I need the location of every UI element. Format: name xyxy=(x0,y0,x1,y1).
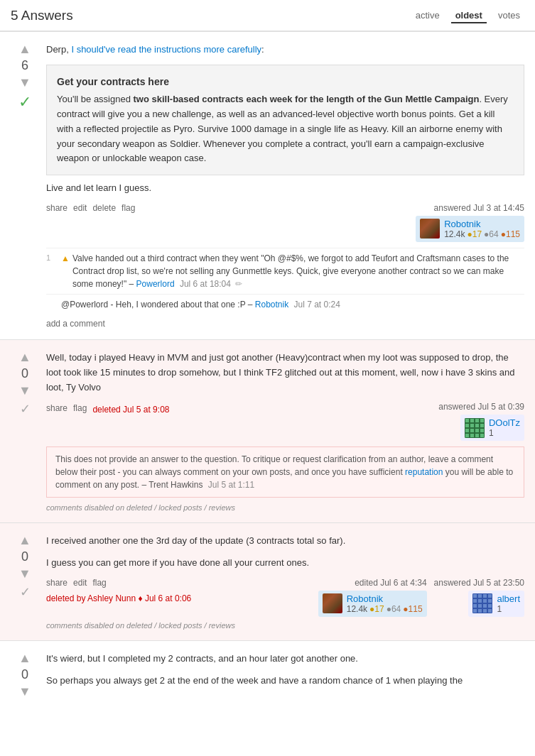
answer-block-4: ▲ 0 ▼ It's wierd, but I completed my 2 c… xyxy=(0,640,535,708)
answer-outro-1: Live and let learn I guess. xyxy=(46,181,524,196)
user-rep-3a: 12.4k ●17 ●64 ●115 xyxy=(347,604,423,614)
share-link-1[interactable]: share xyxy=(46,203,67,213)
deleted-label-2: deleted Jul 5 at 9:08 xyxy=(92,405,169,415)
answer-intro-1: Derp, I should've read the instructions … xyxy=(46,43,524,57)
deleted-notice-2: This does not provide an answer to the q… xyxy=(46,447,524,498)
comments-section-1: 1 ▲ Valve handed out a third contract wh… xyxy=(46,248,524,314)
answer-text-4a: It's wierd, but I completed my 2 contrac… xyxy=(46,652,524,667)
comment-1-1: 1 ▲ Valve handed out a third contract wh… xyxy=(46,248,524,294)
upvote-button-1[interactable]: ▲ xyxy=(18,43,31,55)
user-info-2: answered Jul 5 at 0:39 DOolTz 1 xyxy=(438,402,524,441)
delete-link-1[interactable]: delete xyxy=(92,203,116,213)
downvote-button-1[interactable]: ▼ xyxy=(18,76,31,89)
flag-link-1[interactable]: flag xyxy=(121,203,135,213)
answer-block-3: ▲ 0 ▼ ✓ I received another one the 3rd d… xyxy=(0,522,535,640)
info-box-1: Get your contracts here You'll be assign… xyxy=(46,65,524,175)
avatar-2 xyxy=(465,418,485,438)
page-header: 5 Answers active oldest votes xyxy=(0,0,535,31)
user-card-2: DOolTz 1 xyxy=(460,415,524,441)
gold-badge-1: ●17 xyxy=(468,229,482,239)
comment-text-1-2: @Powerlord - Heh, I wondered about that … xyxy=(61,298,524,311)
action-row-1: share edit delete flag answered Jul 3 at… xyxy=(46,203,524,242)
upvote-button-4[interactable]: ▲ xyxy=(18,652,31,664)
vote-column-3: ▲ 0 ▼ ✓ xyxy=(11,534,39,630)
delete-check-2: ✓ xyxy=(20,401,31,417)
user-rep-1: 12.4k ●17 ●64 ●115 xyxy=(444,229,520,239)
answered-label-1: answered Jul 3 at 14:45 xyxy=(434,203,524,213)
user-rep-2: 1 xyxy=(489,428,520,438)
comments-disabled-3: comments disabled on deleted / locked po… xyxy=(46,621,524,630)
downvote-button-4[interactable]: ▼ xyxy=(18,685,31,698)
answer-block-1: ▲ 6 ▼ ✓ Derp, I should've read the instr… xyxy=(0,31,535,339)
edit-link-3[interactable]: edit xyxy=(73,578,87,588)
vote-column-2: ▲ 0 ▼ ✓ xyxy=(11,351,39,512)
answer-content-3: I received another one the 3rd day of th… xyxy=(39,534,524,630)
action-links-3: share edit flag xyxy=(46,578,191,588)
delete-check-3: ✓ xyxy=(20,584,31,600)
answer-content-1: Derp, I should've read the instructions … xyxy=(39,43,524,329)
flag-link-3[interactable]: flag xyxy=(92,578,106,588)
tab-votes[interactable]: votes xyxy=(494,7,524,23)
share-link-3[interactable]: share xyxy=(46,578,67,588)
reputation-link-2[interactable]: reputation xyxy=(405,467,443,477)
answered-label-3: answered Jul 5 at 23:50 xyxy=(434,578,524,588)
upvote-button-2[interactable]: ▲ xyxy=(18,351,31,363)
bronze-badge-1: ●115 xyxy=(501,229,520,239)
answer-text-3a: I received another one the 3rd day of th… xyxy=(46,534,524,549)
vote-column-4: ▲ 0 ▼ xyxy=(11,652,39,698)
user-card-3b: albert 1 xyxy=(468,591,524,617)
avatar-3b xyxy=(472,593,492,613)
comment-author-link-1-1[interactable]: Powerlord xyxy=(136,279,175,289)
vote-count-1: 6 xyxy=(21,58,28,73)
edited-label-3: edited Jul 6 at 4:34 xyxy=(355,578,426,588)
comment-date-1-2: Jul 7 at 0:24 xyxy=(294,300,340,309)
info-box-title: Get your contracts here xyxy=(57,74,514,89)
action-row-2: share flag deleted Jul 5 at 9:08 answere… xyxy=(46,402,524,441)
page-title: 5 Answers xyxy=(11,8,73,23)
tab-active[interactable]: active xyxy=(411,7,444,23)
user-card-3a: Robotnik 12.4k ●17 ●64 ●115 xyxy=(318,591,427,617)
comments-disabled-2: comments disabled on deleted / locked po… xyxy=(46,503,524,512)
vote-count-3: 0 xyxy=(21,549,28,564)
user-name-2[interactable]: DOolTz xyxy=(489,417,520,428)
add-comment-1[interactable]: add a comment xyxy=(46,319,524,329)
action-row-3: share edit flag deleted by Ashley Nunn ♦… xyxy=(46,578,524,617)
user-name-3a[interactable]: Robotnik xyxy=(347,593,423,604)
action-links-2: share flag deleted Jul 5 at 9:08 xyxy=(46,402,169,415)
comment-author-link-1-2[interactable]: Robotnik xyxy=(255,300,288,309)
silver-badge-1: ●64 xyxy=(484,229,499,239)
downvote-button-2[interactable]: ▼ xyxy=(18,384,31,397)
downvote-button-3[interactable]: ▼ xyxy=(18,567,31,580)
user-card-1: Robotnik 12.4k ●17 ●64 ●115 xyxy=(416,216,524,242)
comment-date-1-1: Jul 6 at 18:04 xyxy=(180,279,231,289)
deleted-by-label-3: deleted by Ashley Nunn ♦ Jul 6 at 0:06 xyxy=(46,593,191,603)
user-rep-3b: 1 xyxy=(497,604,520,614)
answered-label-2: answered Jul 5 at 0:39 xyxy=(438,402,524,412)
edit-link-1[interactable]: edit xyxy=(73,203,87,213)
answer-content-2: Well, today i played Heavy in MVM and ju… xyxy=(39,351,524,512)
user-name-3b[interactable]: albert xyxy=(497,593,520,604)
comment-vote-1-1[interactable]: 1 xyxy=(46,252,58,264)
flag-link-2[interactable]: flag xyxy=(73,403,87,413)
share-link-2[interactable]: share xyxy=(46,403,67,413)
answer-block-2: ▲ 0 ▼ ✓ Well, today i played Heavy in MV… xyxy=(0,339,535,522)
vote-count-2: 0 xyxy=(21,366,28,381)
vote-count-4: 0 xyxy=(21,667,28,682)
sort-tabs: active oldest votes xyxy=(411,7,524,23)
answer-text-2: Well, today i played Heavy in MVM and ju… xyxy=(46,351,524,395)
warning-icon-1-1: ▲ xyxy=(61,252,70,265)
upvote-button-3[interactable]: ▲ xyxy=(18,534,31,547)
tab-oldest[interactable]: oldest xyxy=(451,7,487,23)
comment-1-2: @Powerlord - Heh, I wondered about that … xyxy=(46,294,524,314)
action-links-1: share edit delete flag xyxy=(46,203,135,213)
answer-content-4: It's wierd, but I completed my 2 contrac… xyxy=(39,652,524,698)
comment-edit-icon-1-1[interactable]: ✏ xyxy=(235,279,242,289)
user-info-1: answered Jul 3 at 14:45 Robotnik 12.4k ●… xyxy=(416,203,524,242)
vote-column-1: ▲ 6 ▼ ✓ xyxy=(11,43,39,329)
answer-text-4b: So perhaps you always get 2 at the end o… xyxy=(46,674,524,689)
avatar-3a xyxy=(323,593,342,613)
accepted-mark-1: ✓ xyxy=(18,93,31,111)
answer-text-3b: I guess you can get more if you have don… xyxy=(46,556,524,571)
user-name-1[interactable]: Robotnik xyxy=(444,219,520,229)
comment-text-1-1: Valve handed out a third contract when t… xyxy=(72,252,524,290)
